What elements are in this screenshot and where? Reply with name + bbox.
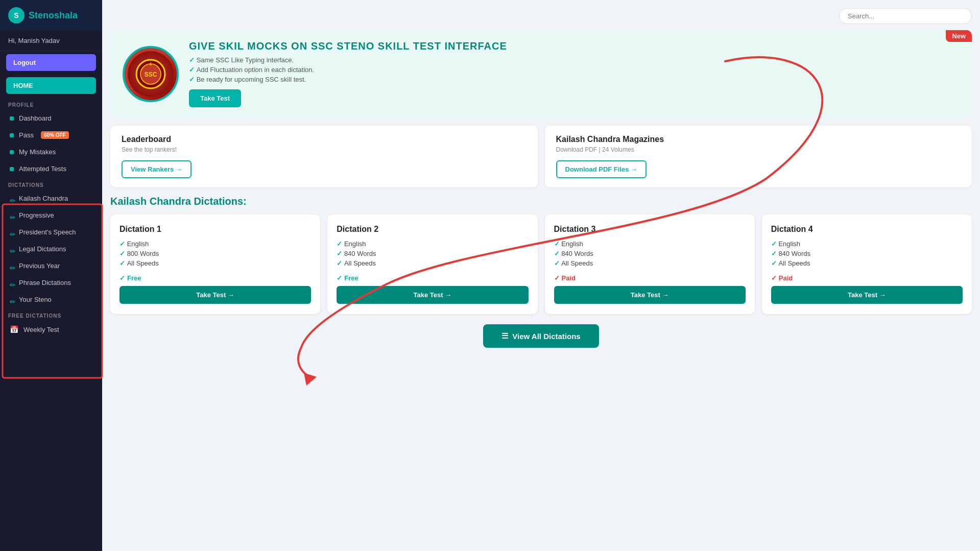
dict-card-3-feature-2: 840 Words <box>554 250 746 257</box>
banner-points: Same SSC Like Typing interface. Add Fluc… <box>189 56 507 83</box>
magazines-card: Kailash Chandra Magazines Download PDF |… <box>545 126 972 187</box>
sidebar-item-label: Weekly Test <box>23 326 59 333</box>
dictation-card-1: Dictation 1 English 800 Words All Speeds… <box>110 214 320 314</box>
profile-section-label: PROFILE <box>0 97 102 110</box>
sidebar-item-label: Kailash Chandra <box>19 195 68 202</box>
download-pdf-button[interactable]: Download PDF Files → <box>556 160 647 178</box>
sidebar-item-label: Dashboard <box>19 114 52 122</box>
dict-card-3-features: English 840 Words All Speeds <box>554 240 746 267</box>
leaderboard-subtitle: See the top rankers! <box>122 146 527 153</box>
sidebar-item-my-mistakes[interactable]: My Mistakes <box>0 143 102 160</box>
dict-card-1-status: Free <box>119 274 311 282</box>
calendar-icon: 📅 <box>10 325 18 333</box>
attempted-dot <box>10 167 14 171</box>
dictations-section-title: Kailash Chandra Dictations: <box>110 196 972 207</box>
mistakes-dot <box>10 150 14 154</box>
top-bar <box>110 8 972 24</box>
sidebar-item-label: Attempted Tests <box>19 165 66 173</box>
dict-card-1-feature-3: All Speeds <box>119 259 311 267</box>
sidebar-item-attempted-tests[interactable]: Attempted Tests <box>0 160 102 177</box>
dict-card-2-feature-2: 840 Words <box>337 250 528 257</box>
dict-card-1-feature-2: 800 Words <box>119 250 311 257</box>
dict-card-1-title: Dictation 1 <box>119 225 311 234</box>
dict-card-3-feature-3: All Speeds <box>554 259 746 267</box>
leaderboard-card: Leaderboard See the top rankers! View Ra… <box>110 126 538 187</box>
dict-card-2-features: English 840 Words All Speeds <box>337 240 528 267</box>
dict-card-4-features: English 840 Words All Speeds <box>771 240 963 267</box>
sidebar-item-label: Legal Dictations <box>19 245 66 253</box>
sidebar-item-weekly-test[interactable]: 📅 Weekly Test <box>0 321 102 338</box>
speech-pencil-icon: ✏ <box>10 230 14 234</box>
dashboard-dot <box>10 116 14 121</box>
sidebar: S Stenoshala Hi, Manish Yadav Logout HOM… <box>0 0 102 551</box>
sidebar-item-legal-dictations[interactable]: ✏ Legal Dictations <box>0 241 102 257</box>
banner-point-3: Be ready for upcoming SSC skill test. <box>189 76 507 83</box>
banner-content: GIVE SKIL MOCKS ON SSC STENO SKILL TEST … <box>189 40 507 107</box>
dict-card-2-feature-1: English <box>337 240 528 248</box>
dict-card-2-button[interactable]: Take Test → <box>337 286 528 304</box>
dict-card-4-status: Paid <box>771 274 963 282</box>
sidebar-item-kailash-chandra[interactable]: ✏ Kailash Chandra <box>0 190 102 207</box>
leaderboard-title: Leaderboard <box>122 135 527 144</box>
dict-card-4-feature-1: English <box>771 240 963 248</box>
banner-logo-inner: SSC <box>128 51 174 97</box>
dictation-cards-grid: Dictation 1 English 800 Words All Speeds… <box>110 214 972 314</box>
banner-title: GIVE SKIL MOCKS ON SSC STENO SKILL TEST … <box>189 40 507 52</box>
logo-icon: S <box>8 7 25 23</box>
prev-pencil-icon: ✏ <box>10 264 14 268</box>
dict-card-1-feature-1: English <box>119 240 311 248</box>
sidebar-item-phrase-dictations[interactable]: ✏ Phrase Dictations <box>0 274 102 291</box>
dictations-section-label: DICTATIONS <box>0 177 102 190</box>
dict-card-1-button[interactable]: Take Test → <box>119 286 311 304</box>
banner-point-1: Same SSC Like Typing interface. <box>189 56 507 64</box>
search-input[interactable] <box>839 8 972 24</box>
free-section-label: FREE DICTATIONS <box>0 308 102 321</box>
dictation-card-4: Dictation 4 English 840 Words All Speeds… <box>762 214 972 314</box>
sidebar-item-previous-year[interactable]: ✏ Previous Year <box>0 257 102 274</box>
banner: SSC GIVE SKIL MOCKS ON SSC STENO SKILL T… <box>110 30 972 117</box>
dictation-card-2: Dictation 2 English 840 Words All Speeds… <box>327 214 537 314</box>
sidebar-item-label: Progressive <box>19 211 54 219</box>
ssc-emblem-icon: SSC <box>135 59 166 89</box>
dict-card-4-button[interactable]: Take Test → <box>771 286 963 304</box>
pass-badge: 60% OFF <box>41 131 69 139</box>
magazines-subtitle: Download PDF | 24 Volumes <box>556 146 961 153</box>
sidebar-item-dashboard[interactable]: Dashboard <box>0 110 102 127</box>
steno-pencil-icon: ✏ <box>10 298 14 302</box>
logout-button[interactable]: Logout <box>6 54 96 71</box>
sidebar-item-label: President's Speech <box>19 228 76 236</box>
info-cards-row: Leaderboard See the top rankers! View Ra… <box>110 126 972 187</box>
sidebar-item-label: Phrase Dictations <box>19 279 71 286</box>
legal-pencil-icon: ✏ <box>10 247 14 251</box>
banner-take-test-button[interactable]: Take Test <box>189 89 241 107</box>
sidebar-item-presidents-speech[interactable]: ✏ President's Speech <box>0 224 102 241</box>
dict-card-4-feature-3: All Speeds <box>771 259 963 267</box>
sidebar-item-label: Previous Year <box>19 262 60 270</box>
dict-card-2-feature-3: All Speeds <box>337 259 528 267</box>
home-button[interactable]: HOME <box>6 77 96 94</box>
dictation-card-3: Dictation 3 English 840 Words All Speeds… <box>545 214 755 314</box>
pass-dot <box>10 133 14 137</box>
magazines-title: Kailash Chandra Magazines <box>556 135 961 144</box>
dict-card-4-title: Dictation 4 <box>771 225 963 234</box>
sidebar-item-label: My Mistakes <box>19 148 56 156</box>
dict-card-3-button[interactable]: Take Test → <box>554 286 746 304</box>
phrase-pencil-icon: ✏ <box>10 281 14 285</box>
view-all-label: View All Dictations <box>512 332 580 341</box>
dict-card-2-title: Dictation 2 <box>337 225 528 234</box>
banner-point-2: Add Fluctuation option in each dictation… <box>189 66 507 74</box>
view-all-icon: ☰ <box>501 331 508 341</box>
dict-card-3-status: Paid <box>554 274 746 282</box>
sidebar-item-progressive[interactable]: ✏ Progressive <box>0 207 102 224</box>
dict-card-3-feature-1: English <box>554 240 746 248</box>
sidebar-item-your-steno[interactable]: ✏ Your Steno <box>0 291 102 308</box>
sidebar-header: S Stenoshala <box>0 0 102 31</box>
sidebar-item-pass[interactable]: Pass 60% OFF <box>0 127 102 143</box>
view-all-dictations-button[interactable]: ☰ View All Dictations <box>483 324 599 348</box>
progressive-pencil-icon: ✏ <box>10 213 14 218</box>
view-rankers-button[interactable]: View Rankers → <box>122 160 192 178</box>
dict-card-1-features: English 800 Words All Speeds <box>119 240 311 267</box>
dict-card-3-title: Dictation 3 <box>554 225 746 234</box>
kailash-pencil-icon: ✏ <box>10 197 14 201</box>
dict-card-4-feature-2: 840 Words <box>771 250 963 257</box>
